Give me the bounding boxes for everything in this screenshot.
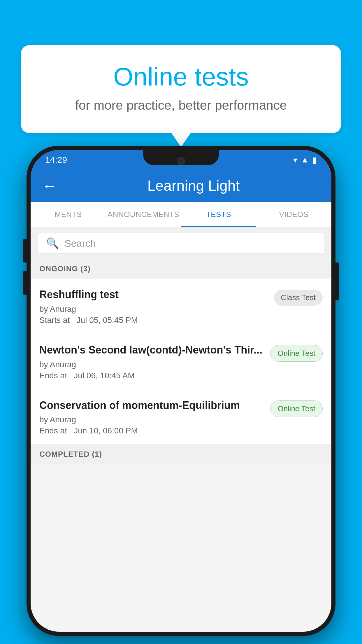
- phone-screen: 14:29 ▾ ▲ ▮ ← Learning Light MENTS ANNOU…: [31, 150, 331, 632]
- test-item-3[interactable]: Conservation of momentum-Equilibrium by …: [31, 389, 331, 445]
- test-name-2: Newton's Second law(contd)-Newton's Thir…: [39, 343, 264, 357]
- speech-bubble: Online tests for more practice, better p…: [21, 45, 341, 133]
- app-title: Learning Light: [67, 177, 320, 194]
- speech-bubble-container: Online tests for more practice, better p…: [21, 45, 341, 133]
- completed-label: COMPLETED (1): [39, 450, 102, 459]
- ongoing-section-header: ONGOING (3): [31, 259, 331, 279]
- phone-container: 14:29 ▾ ▲ ▮ ← Learning Light MENTS ANNOU…: [27, 146, 335, 636]
- test-badge-3: Online Test: [270, 400, 323, 417]
- tabs-bar: MENTS ANNOUNCEMENTS TESTS VIDEOS: [31, 202, 331, 228]
- test-item-2[interactable]: Newton's Second law(contd)-Newton's Thir…: [31, 334, 331, 389]
- status-time: 14:29: [45, 155, 67, 165]
- front-camera: [177, 157, 185, 165]
- test-author-2: by Anurag: [39, 360, 264, 369]
- power-button[interactable]: [335, 262, 339, 300]
- volume-up-button[interactable]: [23, 239, 27, 262]
- status-icons: ▾ ▲ ▮: [293, 155, 317, 165]
- test-author-3: by Anurag: [39, 415, 264, 424]
- volume-down-button[interactable]: [23, 271, 27, 295]
- test-time-3: Ends at Jun 10, 06:00 PM: [39, 426, 264, 435]
- search-icon: 🔍: [46, 237, 59, 249]
- search-placeholder: Search: [64, 238, 96, 249]
- test-info-1: Reshuffling test by Anurag Starts at Jul…: [39, 288, 268, 325]
- test-time-2: Ends at Jul 06, 10:45 AM: [39, 371, 264, 380]
- wifi-icon: ▾: [293, 155, 297, 165]
- test-badge-2: Online Test: [270, 345, 323, 362]
- ongoing-label: ONGOING (3): [39, 264, 91, 273]
- test-time-1: Starts at Jul 05, 05:45 PM: [39, 316, 268, 325]
- test-item-1[interactable]: Reshuffling test by Anurag Starts at Jul…: [31, 279, 331, 334]
- tab-announcements[interactable]: ANNOUNCEMENTS: [106, 202, 181, 227]
- app-bar: ← Learning Light: [31, 170, 331, 202]
- test-author-1: by Anurag: [39, 304, 268, 314]
- bubble-subtitle: for more practice, better performance: [44, 98, 318, 113]
- signal-icon: ▲: [301, 155, 309, 164]
- phone-notch: [143, 150, 219, 165]
- back-button[interactable]: ←: [42, 177, 57, 194]
- tab-videos[interactable]: VIDEOS: [256, 202, 331, 227]
- test-info-3: Conservation of momentum-Equilibrium by …: [39, 399, 264, 436]
- completed-section-header: COMPLETED (1): [31, 444, 331, 464]
- bubble-title: Online tests: [44, 63, 318, 91]
- search-input[interactable]: 🔍 Search: [38, 233, 324, 254]
- phone-frame: 14:29 ▾ ▲ ▮ ← Learning Light MENTS ANNOU…: [27, 146, 335, 636]
- test-name-3: Conservation of momentum-Equilibrium: [39, 399, 264, 412]
- test-info-2: Newton's Second law(contd)-Newton's Thir…: [39, 343, 264, 380]
- test-list: Reshuffling test by Anurag Starts at Jul…: [31, 279, 331, 444]
- search-container: 🔍 Search: [31, 228, 331, 259]
- tab-tests[interactable]: TESTS: [181, 202, 256, 227]
- tab-ments[interactable]: MENTS: [31, 202, 106, 227]
- test-badge-1: Class Test: [274, 290, 323, 306]
- test-name-1: Reshuffling test: [39, 288, 268, 302]
- battery-icon: ▮: [312, 155, 317, 165]
